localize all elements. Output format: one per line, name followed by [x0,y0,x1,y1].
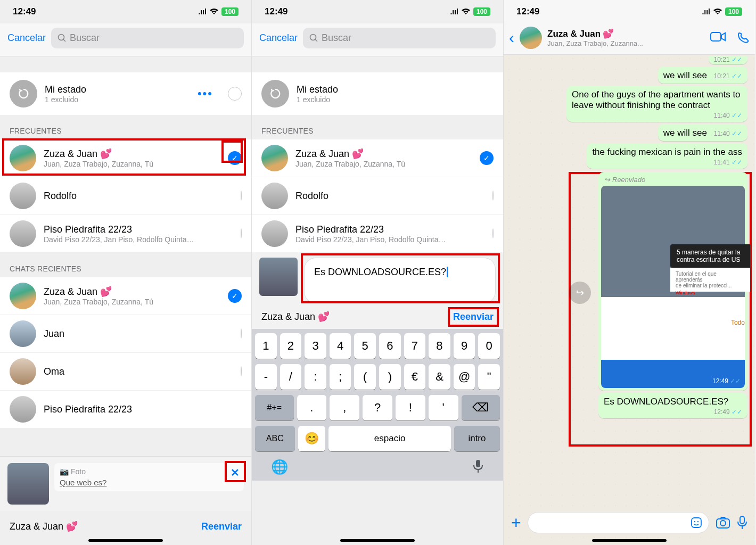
status-bar: 12:49 .ııl 100 [252,0,503,23]
contact-row[interactable]: Zuza & Juan 💕 Juan, Zuza Trabajo, Zuzann… [0,277,251,315]
key-enter[interactable]: intro [454,426,500,451]
caption-input[interactable]: Es DOWNLOADSOURCE.ES? [304,258,496,303]
keyboard[interactable]: 1 2 3 4 5 6 7 8 9 0 - / : ; ( ) € & @ " … [252,329,503,481]
select-ring[interactable] [492,191,494,201]
contact-row[interactable]: Rodolfo [252,177,503,215]
cancel-button[interactable]: Cancelar [259,32,298,44]
caption-area: Es DOWNLOADSOURCE.ES? Zuza & Juan 💕 Reen… [252,252,503,329]
key[interactable]: 5 [354,333,376,359]
camera-button[interactable] [716,516,730,529]
key[interactable]: 6 [379,333,401,359]
key[interactable]: 1 [255,333,277,359]
forward-icon[interactable]: ↪ [569,282,591,304]
section-frequent: FRECUENTES [252,115,503,139]
forward-button[interactable]: Reenviar [453,311,494,322]
contact-row[interactable]: Zuza & Juan 💕 Juan, Zuza Trabajo, Zuzann… [0,139,251,177]
contact-row[interactable]: Piso Piedrafita 22/23 David Piso 22/23, … [0,215,251,253]
key[interactable]: 2 [280,333,302,359]
select-ring[interactable] [241,191,242,201]
image-timestamp: 12:49 ✓✓ [712,377,741,385]
message-bubble[interactable]: we will see 11:40 ✓✓ [658,124,747,141]
reply-question: Que web es? [60,478,239,487]
avatar [261,183,288,209]
select-ring[interactable] [241,328,242,338]
select-ring[interactable] [241,366,242,376]
back-button[interactable]: ‹ [509,29,514,47]
select-ring[interactable] [228,87,242,101]
message-text: we will see [663,70,707,80]
message-input[interactable] [528,512,709,533]
key[interactable]: . [297,395,327,420]
key[interactable]: : [305,364,326,390]
contact-row[interactable]: Piso Piedrafita 22/23 [0,391,251,428]
key[interactable]: 9 [454,333,475,359]
forwarded-image[interactable]: 5 maneras de quitar lacontra escritura d… [601,186,745,388]
status-time: 12:49 [265,6,287,17]
globe-icon[interactable]: 🌐 [271,459,288,475]
status-bar: 12:49 .ııl 100 [504,0,755,23]
key-backspace[interactable]: ⌫ [462,395,500,420]
recipients-bar: Zuza & Juan 💕 Reenviar [259,303,496,329]
contact-row[interactable]: Piso Piedrafita 22/23 David Piso 22/23, … [252,215,503,252]
key[interactable]: ; [330,364,351,390]
key[interactable]: ' [429,395,458,420]
avatar[interactable] [520,27,542,49]
mic-icon[interactable] [472,459,484,475]
video-call-icon[interactable] [710,31,726,44]
key[interactable]: ! [396,395,425,420]
select-ring[interactable] [492,228,494,238]
svg-point-11 [720,521,726,526]
battery-icon: 100 [473,7,490,16]
key-abc[interactable]: ABC [255,426,295,451]
contact-row[interactable]: Juan [0,315,251,353]
key[interactable]: / [280,364,302,390]
key[interactable]: € [404,364,426,390]
key[interactable]: 7 [404,333,426,359]
select-ring[interactable] [241,228,242,238]
key[interactable]: 4 [330,333,351,359]
my-status-row[interactable]: Mi estado 1 excluido ••• [0,72,251,115]
contact-name: Piso Piedrafita 22/23 [44,404,132,415]
search-input[interactable]: Buscar [51,28,244,48]
message-bubble[interactable]: Es DOWNLOADSOURCE.ES? 12:49 ✓✓ [598,393,747,418]
key[interactable]: , [330,395,359,420]
key[interactable]: ) [379,364,401,390]
chat-panel: 12:49 .ııl 100 ‹ Zuza & Juan 💕 Juan, Zuz… [504,0,755,545]
reply-bubble: 📷Foto Que web es? ✕ [54,463,244,491]
key[interactable]: 0 [478,333,500,359]
message-bubble[interactable]: we will see 10:21 ✓✓ [658,67,747,84]
chat-title-block[interactable]: Zuza & Juan 💕 Juan, Zuza Trabajo, Zuzann… [547,28,643,47]
key[interactable]: - [255,364,277,390]
search-input[interactable]: Buscar [303,28,496,48]
message-bubble[interactable]: One of the guys of the apartment wants t… [566,86,747,122]
key-space[interactable]: espacio [328,426,451,451]
key[interactable]: ( [354,364,376,390]
key[interactable]: 8 [429,333,450,359]
more-button[interactable]: ••• [198,87,213,101]
audio-call-icon[interactable] [737,31,750,44]
contact-row[interactable]: Oma [0,353,251,391]
svg-rect-6 [711,32,721,41]
cancel-button[interactable]: Cancelar [7,32,46,44]
avatar [10,183,36,209]
key[interactable]: & [429,364,450,390]
key[interactable]: ? [363,395,392,420]
contact-name: Rodolfo [295,191,328,202]
key-emoji[interactable]: 😊 [298,426,326,451]
message-bubble[interactable]: the fucking mexican is pain in the ass 1… [587,143,747,169]
image-message-bubble[interactable]: ↪ ↪Reenviado 5 maneras de quitar lacontr… [598,172,747,391]
attach-button[interactable]: + [511,513,521,533]
svg-line-3 [315,39,317,42]
contact-row[interactable]: Zuza & Juan 💕 Juan, Zuza Trabajo, Zuzann… [252,139,503,177]
key[interactable]: 3 [305,333,326,359]
key-symbols[interactable]: #+= [255,395,294,420]
close-reply-button[interactable]: ✕ [231,466,240,479]
camera-icon: 📷 [60,467,69,476]
mic-button[interactable] [737,515,747,530]
my-status-row[interactable]: Mi estado 1 excluido [252,72,503,115]
key[interactable]: @ [454,364,475,390]
sticker-icon[interactable] [691,517,702,529]
forward-button[interactable]: Reenviar [201,521,242,532]
key[interactable]: " [478,364,500,390]
contact-row[interactable]: Rodolfo [0,177,251,215]
